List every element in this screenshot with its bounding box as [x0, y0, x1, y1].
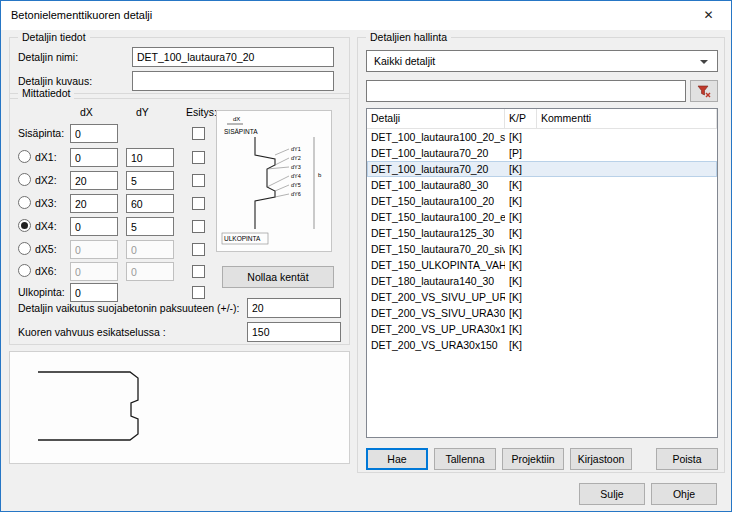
ulkopinta-label: Ulkopinta:: [18, 286, 65, 298]
dx4-dy-input[interactable]: [126, 217, 174, 236]
ulkopinta-dx-input[interactable]: [70, 283, 118, 302]
dx3-label: dX3:: [35, 197, 57, 209]
clear-filter-button[interactable]: [690, 80, 718, 102]
list-item[interactable]: DET_150_lautaura125_30[K]: [367, 225, 717, 241]
group-title: Detaljien hallinta: [366, 31, 451, 43]
diagram-dy2-label: dY2: [291, 155, 301, 161]
diagram-dy5-label: dY5: [291, 182, 301, 188]
diagram-dx-label: dX: [233, 116, 240, 122]
list-item[interactable]: DET_200_VS_SIVU_URA30x150[K]: [367, 305, 717, 321]
list-item[interactable]: DET_150_lautaura100_20[K]: [367, 193, 717, 209]
close-icon[interactable]: ✕: [686, 1, 731, 29]
column-header-dy: dY: [136, 106, 149, 118]
sisapinta-esitys-checkbox[interactable]: [192, 127, 205, 140]
reset-fields-button[interactable]: Nollaa kentät: [222, 266, 334, 288]
dx6-radio[interactable]: [18, 264, 31, 277]
dx1-dy-input[interactable]: [126, 148, 174, 167]
cover-thickness-label: Detaljin vaikutus suojabetonin paksuutee…: [18, 302, 240, 314]
sisapinta-label: Sisäpinta:: [18, 127, 64, 139]
detail-filter-dropdown[interactable]: Kaikki detaljit: [366, 50, 718, 72]
profile-outline: [38, 372, 138, 440]
column-header-esitys: Esitys:: [186, 106, 217, 118]
dx4-radio[interactable]: [18, 219, 31, 232]
search-button[interactable]: Hae: [366, 448, 428, 470]
dx4-dx-input[interactable]: [70, 217, 118, 236]
group-title: Mittatiedot: [18, 87, 74, 99]
list-item[interactable]: DET_150_lautaura100_20_et[K]: [367, 209, 717, 225]
save-button[interactable]: Tallenna: [434, 448, 496, 470]
filter-clear-icon: [697, 84, 711, 98]
dx2-dy-input[interactable]: [126, 171, 174, 190]
to-library-button[interactable]: Kirjastoon: [570, 448, 632, 470]
sisapinta-dx-input[interactable]: [70, 124, 118, 143]
dx1-esitys-checkbox[interactable]: [192, 151, 205, 164]
dx4-esitys-checkbox[interactable]: [192, 220, 205, 233]
shell-thickness-input[interactable]: [247, 322, 341, 342]
dx5-dx-input: [70, 240, 118, 259]
list-item[interactable]: DET_200_VS_SIVU_UP_URA30x150[K]: [367, 289, 717, 305]
list-item[interactable]: DET_180_lautaura140_30[K]: [367, 273, 717, 289]
column-header-dx: dX: [80, 106, 93, 118]
dx6-label: dX6:: [35, 265, 57, 277]
to-project-button[interactable]: Projektiin: [502, 448, 564, 470]
group-mittatiedot: Mittatiedot dX dY Esitys: Sisäpinta: dX1…: [9, 93, 350, 345]
dx6-dx-input: [70, 262, 118, 281]
dx5-label: dX5:: [35, 243, 57, 255]
dx2-label: dX2:: [35, 174, 57, 186]
dx2-dx-input[interactable]: [70, 171, 118, 190]
detail-name-input[interactable]: [132, 47, 334, 67]
detail-list-body: DET_100_lautaura100_20_sivulle[K]DET_100…: [367, 129, 717, 353]
diagram-b-label: b: [318, 172, 322, 178]
detail-filter-selected-value: Kaikki detaljit: [374, 55, 435, 67]
dx3-radio[interactable]: [18, 196, 31, 209]
group-title: Detaljin tiedot: [18, 31, 90, 43]
diagram-dy1-label: dY1: [291, 146, 301, 152]
column-header-kp[interactable]: K/P: [505, 109, 537, 128]
cover-thickness-input[interactable]: [247, 298, 341, 318]
dx1-dx-input[interactable]: [70, 148, 118, 167]
titlebar: Betonielementtikuoren detalji ✕: [1, 1, 731, 30]
diagram-dy6-label: dY6: [291, 191, 301, 197]
column-header-detalji[interactable]: Detalji: [367, 109, 505, 128]
window-title: Betonielementtikuoren detalji: [11, 9, 152, 21]
diagram-sisapinta-label: SISÄPINTA: [224, 128, 258, 135]
dx2-esitys-checkbox[interactable]: [192, 174, 205, 187]
dx3-dx-input[interactable]: [70, 194, 118, 213]
group-detaljien-hallinta: Detaljien hallinta Kaikki detaljit Detal…: [357, 37, 725, 473]
detail-list: Detalji K/P Kommentti DET_100_lautaura10…: [366, 108, 718, 438]
profile-preview-canvas: [9, 351, 350, 464]
dialog-betonielementtikuoren-detalji: Betonielementtikuoren detalji ✕ Detaljin…: [0, 0, 732, 512]
list-item[interactable]: DET_200_VS_URA30x150[K]: [367, 337, 717, 353]
dx6-esitys-checkbox[interactable]: [192, 265, 205, 278]
list-item[interactable]: DET_100_lautaura70_20[P]: [367, 145, 717, 161]
list-item[interactable]: DET_150_lautaura70_20_sivulle[K]: [367, 241, 717, 257]
dx3-dy-input[interactable]: [126, 194, 174, 213]
diagram-ulkopinta-label: ULKOPINTA: [224, 235, 261, 242]
dx6-dy-input: [126, 262, 174, 281]
chevron-down-icon: [700, 60, 708, 64]
diagram-dy3-label: dY3: [291, 164, 301, 170]
help-button[interactable]: Ohje: [651, 483, 717, 505]
close-dialog-button[interactable]: Sulje: [579, 483, 645, 505]
diagram-dy4-label: dY4: [291, 173, 301, 179]
column-header-kommentti[interactable]: Kommentti: [537, 109, 717, 128]
dx2-radio[interactable]: [18, 173, 31, 186]
ulkopinta-esitys-checkbox[interactable]: [192, 286, 205, 299]
detail-search-input[interactable]: [366, 80, 686, 102]
detail-name-label: Detaljin nimi:: [18, 51, 78, 63]
dx1-label: dX1:: [35, 151, 57, 163]
detail-list-header[interactable]: Detalji K/P Kommentti: [367, 109, 717, 129]
list-item[interactable]: DET_200_VS_UP_URA30x150[K]: [367, 321, 717, 337]
list-item[interactable]: DET_100_lautaura80_30[K]: [367, 177, 717, 193]
dx1-radio[interactable]: [18, 150, 31, 163]
list-item[interactable]: DET_100_lautaura100_20_sivulle[K]: [367, 129, 717, 145]
list-item[interactable]: DET_100_lautaura70_20[K]: [367, 161, 717, 177]
profile-diagram-image: dX SISÄPINTA dY1 dY2 dY3 dY4 dY5 dY6 b U…: [216, 110, 332, 252]
dx5-esitys-checkbox[interactable]: [192, 243, 205, 256]
dx5-radio[interactable]: [18, 242, 31, 255]
delete-button[interactable]: Poista: [656, 448, 718, 470]
list-item[interactable]: DET_150_ULKOPINTA_VAHV[K]: [367, 257, 717, 273]
detail-description-input[interactable]: [132, 71, 334, 91]
dx3-esitys-checkbox[interactable]: [192, 197, 205, 210]
detail-description-label: Detaljin kuvaus:: [18, 75, 92, 87]
